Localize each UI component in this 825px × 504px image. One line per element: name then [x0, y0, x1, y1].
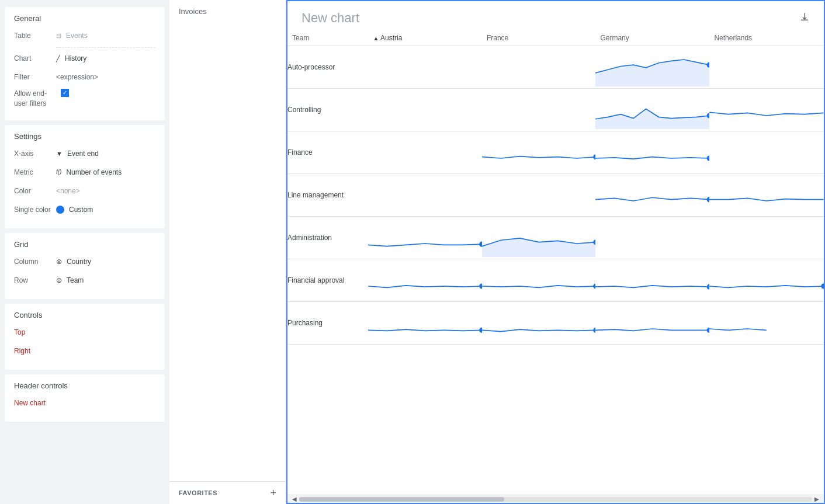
- grid-title: Grid: [14, 240, 155, 249]
- chart-title: New chart: [301, 11, 359, 26]
- cell-germany-admin: [595, 217, 709, 259]
- table-row: Financial approval: [287, 259, 824, 302]
- filter-label: Filter: [14, 73, 56, 81]
- cell-austria-line: [368, 174, 482, 217]
- cell-netherlands-line: [709, 174, 824, 217]
- row-label-purchasing: Purchasing: [287, 302, 368, 345]
- favorites-footer: FAVORITES +: [169, 481, 286, 504]
- chart-value[interactable]: ╱ History: [56, 54, 86, 62]
- svg-point-13: [821, 283, 824, 289]
- favorites-add-button[interactable]: +: [270, 488, 276, 498]
- color-value[interactable]: <none>: [56, 187, 80, 195]
- color-row: Color <none>: [14, 184, 155, 198]
- table-row: Purchasing: [287, 302, 824, 345]
- cell-france-line: [482, 174, 596, 217]
- settings-section: Settings X-axis ▼ Event end Metric f() N…: [5, 125, 165, 228]
- cell-netherlands-auto: [709, 46, 824, 89]
- cell-germany-line: [595, 174, 709, 217]
- cell-france-finance: [482, 131, 596, 174]
- scroll-thumb[interactable]: [299, 497, 504, 502]
- table-icon: ⊟: [56, 32, 61, 40]
- allow-filters-row: Allow end-user filters: [14, 89, 155, 109]
- chart-header: New chart: [287, 1, 824, 30]
- chart-row-field: Chart ╱ History: [14, 51, 155, 65]
- single-color-row: Single color Custom: [14, 203, 155, 217]
- header-controls-new-chart-row: New chart: [14, 396, 155, 410]
- cell-netherlands-purchasing: [709, 302, 824, 345]
- chart-label: Chart: [14, 54, 56, 62]
- color-label: Color: [14, 187, 56, 195]
- cell-germany-controlling: [595, 89, 709, 131]
- horizontal-scrollbar[interactable]: ◀ ▶: [287, 495, 824, 503]
- table-label: Table: [14, 32, 56, 40]
- allow-label: Allow end-user filters: [14, 89, 56, 109]
- controls-top-link[interactable]: Top: [14, 327, 25, 338]
- export-button[interactable]: [799, 12, 810, 25]
- cell-austria-admin: [368, 217, 482, 259]
- settings-title: Settings: [14, 132, 155, 141]
- allow-checkbox[interactable]: [61, 89, 69, 97]
- controls-title: Controls: [14, 311, 155, 319]
- svg-marker-2: [595, 109, 709, 130]
- scroll-track[interactable]: [299, 497, 812, 502]
- row-label: Row: [14, 276, 56, 284]
- col-netherlands[interactable]: Netherlands: [709, 30, 824, 46]
- svg-marker-0: [595, 60, 709, 86]
- chart-scroll-container[interactable]: Team ▲ Austria France Germany Netherland…: [287, 30, 824, 495]
- cell-france-purchasing: [482, 302, 596, 345]
- filter-row-field: Filter <expression>: [14, 70, 155, 84]
- header-controls-section: Header controls New chart: [5, 374, 165, 422]
- col-germany[interactable]: Germany: [595, 30, 709, 46]
- filter-icon: ▼: [56, 150, 63, 157]
- row-label-finance: Finance: [287, 131, 368, 174]
- cell-germany-auto: [595, 46, 709, 89]
- metric-value: f() Number of events: [56, 168, 122, 176]
- filter-value[interactable]: <expression>: [56, 73, 98, 81]
- cell-austria-finance: [368, 131, 482, 174]
- row-icon: ⊜: [56, 276, 62, 284]
- metric-label: Metric: [14, 168, 56, 176]
- xaxis-label: X-axis: [14, 150, 56, 158]
- controls-right-link[interactable]: Right: [14, 346, 30, 356]
- scroll-left-arrow[interactable]: ◀: [290, 496, 299, 502]
- cell-france-auto: [482, 46, 596, 89]
- column-label: Column: [14, 258, 56, 266]
- scroll-right-arrow[interactable]: ▶: [812, 496, 821, 502]
- xaxis-row: X-axis ▼ Event end: [14, 147, 155, 161]
- controls-right-row: Right: [14, 344, 155, 358]
- col-team[interactable]: Team: [287, 30, 368, 46]
- general-section: General Table ⊟ Events Chart ╱ History F…: [5, 7, 165, 120]
- invoices-title: Invoices: [179, 7, 276, 16]
- cell-austria-auto: [368, 46, 482, 89]
- cell-france-controlling: [482, 89, 596, 131]
- middle-panel: Invoices FAVORITES +: [169, 0, 286, 504]
- function-icon: f(): [56, 169, 61, 175]
- header-controls-title: Header controls: [14, 381, 155, 390]
- general-title: General: [14, 14, 155, 23]
- column-icon: ⊜: [56, 258, 62, 266]
- row-value: ⊜ Team: [56, 276, 84, 284]
- column-row: Column ⊜ Country: [14, 255, 155, 269]
- chart-icon: ╱: [56, 55, 60, 62]
- cell-austria-controlling: [368, 89, 482, 131]
- row-label-auto-processor: Auto-processor: [287, 46, 368, 89]
- row-label-administration: Administration: [287, 217, 368, 259]
- row-label-line-management: Line management: [287, 174, 368, 217]
- table-row: Auto-processor: [287, 46, 824, 89]
- xaxis-value: ▼ Event end: [56, 150, 99, 158]
- cell-germany-financial: [595, 259, 709, 302]
- favorites-label: FAVORITES: [179, 489, 217, 496]
- header-controls-new-chart-link[interactable]: New chart: [14, 398, 46, 408]
- middle-content: Invoices: [169, 0, 286, 481]
- controls-top-row: Top: [14, 325, 155, 339]
- cell-netherlands-finance: [709, 131, 824, 174]
- col-france[interactable]: France: [482, 30, 596, 46]
- cell-austria-purchasing: [368, 302, 482, 345]
- cell-france-admin: [482, 217, 596, 259]
- col-austria[interactable]: ▲ Austria: [368, 30, 482, 46]
- color-dot-icon[interactable]: [56, 206, 64, 214]
- cell-netherlands-admin: [709, 217, 824, 259]
- main-chart-area: New chart Team ▲ Austria France Germany …: [286, 0, 825, 504]
- table-value: ⊟ Events: [56, 32, 88, 40]
- table-row: Finance: [287, 131, 824, 174]
